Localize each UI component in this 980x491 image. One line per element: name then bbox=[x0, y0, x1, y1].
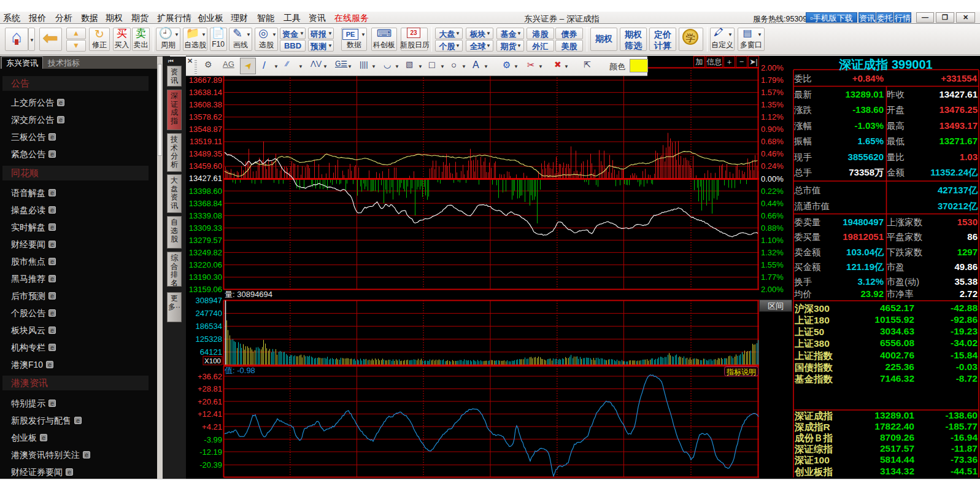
svg-text:2.00%: 2.00% bbox=[761, 285, 784, 294]
svg-text:0.66%: 0.66% bbox=[761, 211, 784, 220]
svg-text:1.12%: 1.12% bbox=[761, 112, 784, 122]
svg-text:308947: 308947 bbox=[196, 296, 222, 305]
svg-text:13548.87: 13548.87 bbox=[189, 125, 222, 134]
svg-text:0.24%: 0.24% bbox=[761, 161, 784, 171]
svg-text:0.22%: 0.22% bbox=[761, 187, 784, 196]
svg-text:13368.84: 13368.84 bbox=[189, 199, 222, 208]
svg-text:13279.57: 13279.57 bbox=[189, 236, 222, 245]
svg-text:13608.38: 13608.38 bbox=[189, 100, 222, 109]
svg-text:0.88%: 0.88% bbox=[761, 223, 784, 233]
svg-text:13398.60: 13398.60 bbox=[189, 187, 222, 196]
svg-text:13249.82: 13249.82 bbox=[189, 248, 222, 257]
svg-text:1.77%: 1.77% bbox=[761, 273, 784, 282]
svg-text:13339.08: 13339.08 bbox=[189, 211, 222, 220]
svg-text:13220.06: 13220.06 bbox=[189, 260, 222, 269]
svg-text:X100: X100 bbox=[204, 357, 221, 365]
svg-text:1.57%: 1.57% bbox=[761, 88, 784, 97]
svg-text:-12.19: -12.19 bbox=[199, 447, 222, 457]
svg-text:13638.14: 13638.14 bbox=[189, 88, 222, 97]
svg-text:+36.62: +36.62 bbox=[198, 372, 222, 381]
svg-text:13519.11: 13519.11 bbox=[190, 137, 222, 146]
svg-text:1.35%: 1.35% bbox=[761, 100, 784, 109]
svg-text:0.68%: 0.68% bbox=[761, 137, 784, 146]
svg-text:247740: 247740 bbox=[196, 309, 222, 318]
svg-text:13427.61: 13427.61 bbox=[189, 174, 222, 183]
svg-text:1.10%: 1.10% bbox=[761, 236, 784, 245]
svg-text:-3.99: -3.99 bbox=[204, 435, 222, 444]
svg-text:13309.33: 13309.33 bbox=[189, 223, 222, 233]
svg-text:-20.39: -20.39 bbox=[199, 460, 222, 470]
svg-text:+4.21: +4.21 bbox=[202, 422, 222, 431]
svg-text:+20.61: +20.61 bbox=[198, 397, 222, 406]
svg-text:13159.06: 13159.06 bbox=[189, 285, 222, 294]
svg-text:13459.60: 13459.60 bbox=[189, 161, 222, 171]
svg-text:1.32%: 1.32% bbox=[761, 248, 784, 257]
svg-text:值: -0.98: 值: -0.98 bbox=[225, 366, 255, 375]
svg-text:1.79%: 1.79% bbox=[761, 75, 784, 85]
svg-text:125328: 125328 bbox=[196, 334, 222, 344]
svg-text:13190.30: 13190.30 bbox=[189, 273, 222, 282]
svg-text:0.90%: 0.90% bbox=[761, 125, 784, 134]
svg-text:+28.81: +28.81 bbox=[198, 384, 222, 393]
svg-text:0.00%: 0.00% bbox=[761, 174, 784, 184]
svg-text:0.46%: 0.46% bbox=[761, 149, 784, 158]
svg-text:指标说明: 指标说明 bbox=[726, 368, 756, 376]
svg-text:2.00%: 2.00% bbox=[761, 63, 784, 72]
svg-text:64121: 64121 bbox=[200, 347, 222, 357]
svg-text:186534: 186534 bbox=[196, 322, 222, 331]
svg-text:1.55%: 1.55% bbox=[761, 260, 784, 269]
svg-text:13578.62: 13578.62 bbox=[189, 112, 222, 122]
svg-text:+12.41: +12.41 bbox=[198, 409, 222, 419]
svg-text:13489.35: 13489.35 bbox=[189, 149, 222, 158]
svg-text:0.44%: 0.44% bbox=[761, 199, 784, 208]
svg-text:量: 30894694: 量: 30894694 bbox=[225, 290, 272, 299]
svg-text:13667.89: 13667.89 bbox=[189, 75, 222, 85]
